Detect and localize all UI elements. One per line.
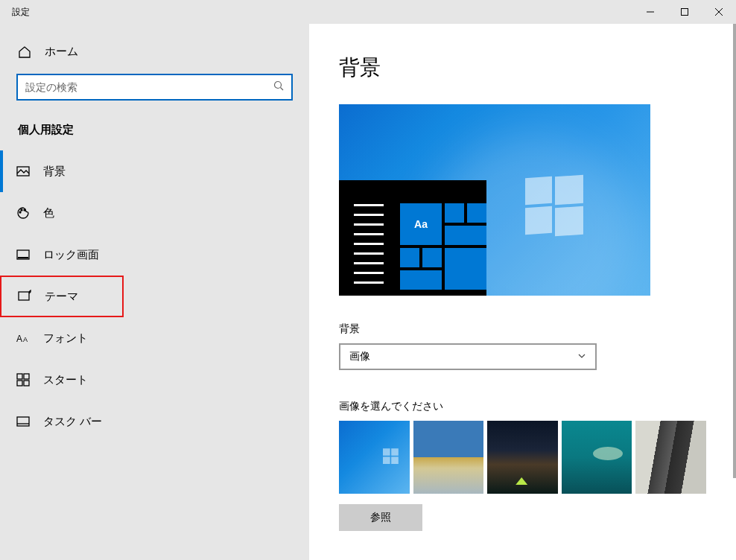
search-field[interactable] [25, 81, 273, 93]
background-dropdown-label: 背景 [339, 322, 706, 336]
svg-rect-12 [19, 292, 29, 300]
svg-rect-16 [24, 374, 29, 379]
search-input[interactable] [16, 74, 293, 101]
start-icon [16, 373, 30, 386]
preview-start-menu: Aa [339, 180, 486, 296]
sidebar-item-label: テーマ [45, 290, 78, 304]
svg-rect-19 [17, 417, 29, 426]
page-title: 背景 [339, 54, 706, 82]
minimize-button[interactable] [633, 0, 667, 24]
sidebar-item-colors[interactable]: 色 [0, 192, 309, 234]
svg-rect-1 [682, 9, 688, 16]
svg-point-8 [21, 209, 22, 211]
close-button[interactable] [702, 0, 736, 24]
sidebar-item-label: スタート [43, 373, 88, 387]
desktop-preview: Aa [339, 104, 650, 296]
lockscreen-icon [16, 248, 30, 261]
section-header: 個人用設定 [0, 123, 309, 150]
content-area: 背景 Aa [309, 24, 736, 560]
scrollbar-thumb[interactable] [733, 24, 736, 478]
sidebar-item-label: ロック画面 [43, 248, 99, 262]
scrollbar[interactable] [733, 24, 736, 560]
svg-line-5 [281, 88, 284, 91]
sidebar-item-themes[interactable]: テーマ [0, 276, 124, 317]
titlebar-controls [633, 0, 736, 24]
sidebar-item-background[interactable]: 背景 [0, 150, 309, 192]
fonts-icon: AA [16, 331, 30, 345]
taskbar-icon [16, 415, 30, 428]
palette-icon [16, 206, 30, 220]
choose-image-label: 画像を選んでください [339, 400, 706, 413]
svg-rect-17 [17, 381, 22, 386]
themes-icon [18, 290, 31, 303]
home-button[interactable]: ホーム [0, 45, 309, 74]
svg-text:A: A [23, 336, 28, 343]
home-label: ホーム [45, 45, 78, 59]
sidebar: ホーム 個人用設定 背景 色 ロック画面 [0, 24, 309, 560]
sidebar-item-taskbar[interactable]: タスク バー [0, 401, 309, 442]
image-thumbnails [339, 421, 706, 494]
svg-point-9 [24, 209, 25, 211]
sidebar-item-label: 色 [43, 206, 54, 220]
image-thumbnail[interactable] [635, 421, 706, 494]
image-thumbnail[interactable] [562, 421, 632, 494]
sidebar-item-label: 背景 [43, 165, 66, 179]
home-icon [18, 45, 31, 59]
titlebar: 設定 [0, 0, 736, 24]
image-thumbnail[interactable] [339, 421, 410, 494]
sidebar-item-lockscreen[interactable]: ロック画面 [0, 234, 309, 276]
dropdown-value: 画像 [349, 350, 370, 363]
preview-sample-text: Aa [400, 203, 442, 245]
browse-button[interactable]: 参照 [339, 504, 422, 531]
chevron-down-icon [577, 351, 586, 363]
browse-label: 参照 [370, 511, 391, 524]
search-icon [273, 80, 284, 94]
windows-logo-icon [525, 176, 585, 235]
window-title: 設定 [12, 6, 30, 19]
maximize-button[interactable] [667, 0, 702, 24]
sidebar-item-fonts[interactable]: AA フォント [0, 317, 309, 359]
image-thumbnail[interactable] [413, 421, 484, 494]
sidebar-item-label: タスク バー [43, 415, 102, 429]
svg-rect-11 [18, 257, 28, 258]
svg-rect-18 [24, 381, 29, 386]
svg-point-7 [19, 211, 21, 213]
svg-point-4 [275, 82, 282, 89]
sidebar-item-label: フォント [43, 331, 88, 346]
sidebar-item-start[interactable]: スタート [0, 359, 309, 401]
svg-rect-15 [17, 374, 22, 379]
picture-icon [16, 165, 30, 178]
image-thumbnail[interactable] [487, 421, 558, 494]
background-type-dropdown[interactable]: 画像 [339, 343, 597, 370]
svg-text:A: A [16, 334, 22, 343]
